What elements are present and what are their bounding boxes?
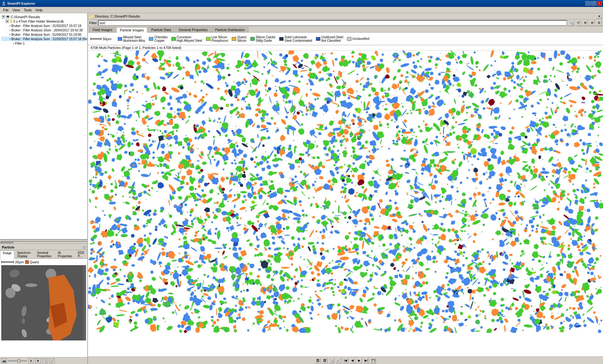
nav-btn-save[interactable]: 💾 bbox=[370, 358, 376, 363]
expand-icon[interactable]: ▼ bbox=[2, 15, 5, 19]
ptab-spectrum[interactable]: Spectrum Display bbox=[14, 250, 34, 259]
horizontal-scrollbar[interactable] bbox=[1, 241, 87, 244]
scale-label-particle: 20μm bbox=[15, 260, 24, 264]
slider-thumb[interactable] bbox=[18, 359, 20, 363]
ptab-ia[interactable]: IA Properties bbox=[55, 250, 75, 259]
file-tree[interactable]: ▼ 💻 C:\SmartPI Results ▼ 🗄 5 x 47mm Filt… bbox=[0, 13, 87, 240]
tree-item-analysis3[interactable]: ▪ Bruker : Filter Analysis Sum : 01/04/2… bbox=[1, 32, 86, 37]
tree-item-analysis1[interactable]: ▪ Bruker : Filter Analysis Sum : 31/03/2… bbox=[1, 24, 86, 28]
menu-file[interactable]: File bbox=[1, 8, 11, 13]
legend-color-solid bbox=[279, 37, 284, 41]
legend-text-unclassified: Unclassified bbox=[352, 37, 369, 40]
particle-image-content: 20μm Quartz bbox=[0, 259, 87, 357]
particle-tabs: Image Spectrum Display General Propertie… bbox=[0, 250, 87, 259]
nav-btn-first[interactable]: |◀ bbox=[343, 358, 348, 363]
particle-canvas bbox=[1, 265, 83, 340]
menu-view[interactable]: View bbox=[11, 8, 22, 13]
minimize-button[interactable]: − bbox=[585, 1, 590, 6]
tab-particle-data[interactable]: Particle Data bbox=[148, 27, 175, 32]
nav-btn-next[interactable]: ▶ bbox=[356, 358, 362, 363]
legend-text-quartz: QuartzSilicon bbox=[237, 35, 247, 42]
ptool-move[interactable]: ✥ bbox=[35, 358, 41, 363]
tree-item-analysis4[interactable]: ▪ Bruker : Filter Analysis Sum : 31/03/2… bbox=[1, 37, 86, 41]
legend-color-quartz bbox=[25, 260, 29, 264]
menu-help[interactable]: Help bbox=[34, 8, 45, 13]
close-button[interactable]: ✕ bbox=[597, 1, 602, 6]
tab-general-properties[interactable]: General Properties bbox=[175, 27, 211, 32]
scale-label-main: 50μm bbox=[103, 37, 111, 41]
ptool-zoom-in[interactable]: 🔍 bbox=[42, 358, 48, 363]
particle-display[interactable] bbox=[88, 51, 603, 356]
nav-btn-prev[interactable]: ◀ bbox=[350, 358, 355, 363]
ptool-camera[interactable]: 📷 bbox=[1, 358, 7, 363]
maximize-button[interactable]: □ bbox=[591, 1, 596, 6]
tree-label-root: C:\SmartPI Results bbox=[11, 15, 40, 19]
nav-btn-img1[interactable]: 🖼 bbox=[315, 358, 321, 363]
ptab-image[interactable]: Image bbox=[0, 250, 14, 259]
nav-btn-img2[interactable]: 🖼 bbox=[322, 358, 328, 363]
ptab-eds[interactable]: EDS P... bbox=[75, 250, 87, 259]
tree-item-db[interactable]: ▼ 🗄 5 x 47mm Filter Holder Weekend.db bbox=[1, 19, 86, 24]
particle-count-text: 4708 Multi-Particles (Page 1 of 1, Parti… bbox=[90, 46, 181, 50]
legend-corundum: CorundumHigh Alloyed Steel bbox=[171, 35, 202, 42]
tree-icon-filter: ▪ bbox=[13, 41, 14, 45]
scale-bar-particle: 20μm Quartz bbox=[1, 260, 86, 264]
tree-label-analysis3: Bruker : Filter Analysis Sum : 01/04/201… bbox=[11, 33, 81, 36]
nav-btn-last[interactable]: ▶| bbox=[363, 358, 369, 363]
legend-chlorides: ChloridesCopper bbox=[149, 35, 167, 42]
ptool-crosshair[interactable]: ⊕ bbox=[28, 358, 34, 363]
filter-btn-refresh[interactable]: ↺ bbox=[575, 20, 581, 26]
tree-icon-item4: ▪ bbox=[9, 37, 11, 41]
filter-input[interactable] bbox=[98, 20, 567, 26]
expand-icon-db[interactable]: ▼ bbox=[6, 20, 9, 23]
scale-bar-main: 50μm bbox=[90, 37, 111, 41]
tree-icon-item1: ▪ bbox=[9, 24, 11, 28]
legend-color-chlorides bbox=[149, 37, 153, 41]
title-bar-buttons: − □ ✕ bbox=[585, 1, 602, 6]
left-scroll bbox=[0, 240, 87, 245]
app-icon: 🔬 bbox=[1, 1, 6, 6]
main-tabs: Field Images Particle Images Particle Da… bbox=[88, 26, 603, 33]
ptool-zoom-out[interactable]: 🔎 bbox=[49, 358, 55, 363]
tree-label-filter1: Filter 1 bbox=[15, 42, 25, 45]
filter-btn-opt2[interactable]: ⚙ bbox=[589, 20, 595, 26]
tree-icon-computer: 💻 bbox=[6, 15, 10, 19]
particle-image-display bbox=[1, 265, 86, 340]
tab-field-images[interactable]: Field Images bbox=[89, 27, 116, 32]
legend-color-unclassified bbox=[347, 37, 351, 41]
legend-color-quartz-main bbox=[232, 37, 236, 41]
filter-btn-opt1[interactable]: ⚙ bbox=[582, 20, 588, 26]
tree-label-analysis2: Bruker : Filter Analysis 10um : 20/04/20… bbox=[11, 29, 83, 32]
legend-low-silicon: Low SiliconPhosphorus bbox=[206, 35, 228, 42]
nav-btn-zoom-out[interactable]: 🔎 bbox=[336, 358, 341, 363]
particle-panel: Particle □ Image Spectrum Display Genera… bbox=[0, 245, 87, 364]
legend-label-quartz: Quartz bbox=[30, 260, 39, 264]
ptab-general[interactable]: General Properties bbox=[34, 250, 55, 259]
menu-tools[interactable]: Tools bbox=[22, 8, 34, 13]
filter-btn-settings[interactable]: ⚙ bbox=[596, 20, 602, 26]
tab-particle-images[interactable]: Particle Images bbox=[117, 27, 147, 33]
legend-text-sicalcite: Silicon CalciteSiMg Oxide bbox=[256, 35, 275, 42]
legend-solid-lub: Solid LubricantsSteel Contaminated bbox=[279, 35, 312, 42]
scroll-thumb[interactable] bbox=[1, 242, 14, 244]
tab-particle-distribution[interactable]: Particle Distribution bbox=[212, 27, 248, 32]
title-bar: 🔬 SmartPI Explorer − □ ✕ bbox=[0, 0, 603, 7]
legend-color-sicacite bbox=[250, 37, 255, 41]
brightness-slider[interactable] bbox=[8, 360, 27, 361]
legend-text-chlorides: ChloridesCopper bbox=[154, 35, 167, 42]
filter-btn-search[interactable]: 🔍 bbox=[568, 20, 574, 26]
tree-label-analysis4: Bruker : Filter Analysis Sum : 31/03/201… bbox=[11, 37, 87, 41]
nav-btn-zoom-in[interactable]: 🔍 bbox=[329, 358, 334, 363]
legend-text-solid: Solid LubricantsSteel Contaminated bbox=[285, 35, 312, 42]
tree-item-filter1[interactable]: ▪ Filter 1 bbox=[1, 41, 86, 46]
particle-legend: Quartz bbox=[25, 260, 39, 264]
legend-alloyed-steel: Alloyed SteelAluminium Alloy bbox=[118, 35, 145, 42]
dir-expand-btn[interactable]: ▼ bbox=[597, 14, 602, 19]
legend-text-lowsi: Low SiliconPhosphorus bbox=[211, 35, 228, 42]
particle-panel-expand[interactable]: □ bbox=[83, 245, 85, 249]
legend-text-corundum: CorundumHigh Alloyed Steel bbox=[177, 35, 202, 42]
tree-item-root[interactable]: ▼ 💻 C:\SmartPI Results bbox=[1, 14, 86, 19]
legend-text-unalloyed: Unalloyed SteelNot Classified bbox=[321, 35, 343, 42]
tree-label-db: 5 x 47mm Filter Holder Weekend.db bbox=[14, 20, 64, 23]
tree-item-analysis2[interactable]: ▪ Bruker : Filter Analysis 10um : 20/04/… bbox=[1, 28, 86, 32]
